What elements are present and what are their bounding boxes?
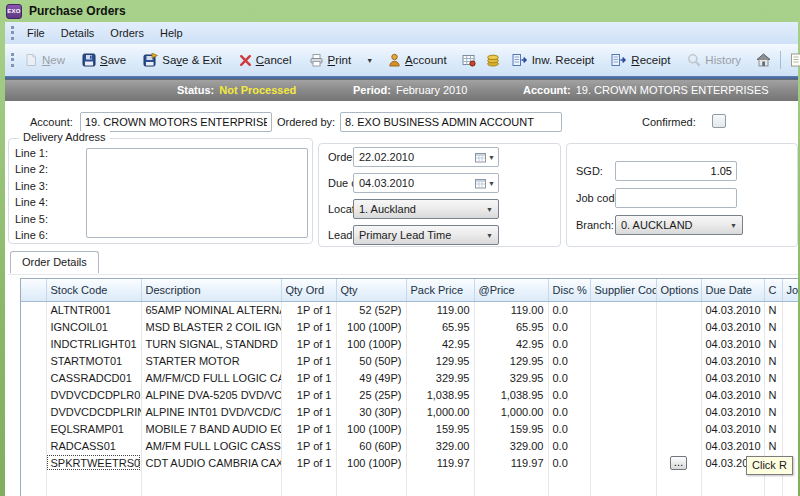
grid-cell[interactable]: N [764, 352, 782, 369]
toolbar-button-notes[interactable] [787, 50, 800, 70]
grid-cell[interactable]: 04.03.2010 [701, 403, 764, 420]
grid-cell[interactable]: RADCASS01 [46, 437, 141, 454]
column-header--price[interactable]: @Price [474, 279, 548, 301]
grid-cell[interactable]: AM/FM FULL LOGIC CASSETTE R [141, 437, 281, 454]
toolbar-button-home[interactable] [753, 50, 774, 70]
toolbar-button-save[interactable]: Save [77, 50, 131, 70]
grid-cell[interactable] [656, 386, 701, 403]
grid-cell[interactable] [590, 386, 656, 403]
grid-cell[interactable]: 100 (100P) [336, 454, 406, 471]
toolbar-button-account[interactable]: Account [383, 50, 452, 70]
grid-cell[interactable]: IGNCOIL01 [46, 318, 141, 335]
grid-cell[interactable]: 52 (52P) [336, 301, 406, 318]
branch-dropdown[interactable]: 0. AUCKLAND ▼ [615, 215, 743, 235]
grid-cell[interactable]: 04.03.2010 [701, 335, 764, 352]
grid-cell[interactable] [782, 420, 798, 437]
grid-cell[interactable]: 65.95 [406, 318, 474, 335]
grid-cell[interactable] [590, 335, 656, 352]
grid-cell[interactable]: 0.0 [548, 335, 590, 352]
grid-cell[interactable]: 04.03.2010 [701, 420, 764, 437]
grid-cell[interactable] [782, 386, 798, 403]
grid-cell[interactable] [590, 454, 656, 471]
grid-cell[interactable]: N [764, 335, 782, 352]
grid-cell[interactable]: 0.0 [548, 352, 590, 369]
grid-cell[interactable]: INDCTRLIGHT01 [46, 335, 141, 352]
grid-cell[interactable] [590, 437, 656, 454]
grid-cell[interactable]: 60 (60P) [336, 437, 406, 454]
grid-cell[interactable]: 119.97 [474, 454, 548, 471]
lead-time-dropdown[interactable]: Primary Lead Time ▼ [353, 225, 499, 245]
toolbar-grip[interactable] [11, 53, 14, 67]
grid-cell[interactable]: 30 (30P) [336, 403, 406, 420]
grid-cell[interactable]: 329.00 [406, 437, 474, 454]
grid-cell[interactable]: 04.03.2010 [701, 352, 764, 369]
grid-cell[interactable]: 119.00 [474, 301, 548, 318]
grid-cell[interactable]: N [764, 437, 782, 454]
grid-cell[interactable] [656, 403, 701, 420]
job-code-input[interactable] [615, 188, 737, 208]
toolbar-button-stock-grid[interactable] [459, 51, 479, 70]
toolbar-button-print[interactable]: Print [304, 50, 357, 70]
column-header-description[interactable]: Description [141, 279, 281, 301]
grid-cell[interactable] [21, 403, 46, 420]
grid-cell[interactable] [21, 301, 46, 318]
grid-cell[interactable]: ALPINE INT01 DVD/VCD/CD PLA [141, 403, 281, 420]
grid-cell[interactable] [782, 437, 798, 454]
grid-cell[interactable]: 0.0 [548, 369, 590, 386]
grid-cell[interactable] [21, 318, 46, 335]
grid-cell[interactable]: 1,000.00 [474, 403, 548, 420]
grid-cell[interactable]: 65.95 [474, 318, 548, 335]
grid-cell[interactable]: AM/FM/CD FULL LOGIC CASSETT [141, 369, 281, 386]
grid-cell[interactable]: … [656, 454, 701, 471]
column-header-options[interactable]: Options [656, 279, 701, 301]
grid-cell[interactable] [782, 403, 798, 420]
grid-cell[interactable] [656, 352, 701, 369]
toolbar-button-payments[interactable] [483, 51, 503, 70]
grid-cell[interactable] [21, 352, 46, 369]
column-header-qty[interactable]: Qty [336, 279, 406, 301]
grid-cell[interactable]: 1,038.95 [406, 386, 474, 403]
grid-cell[interactable] [656, 318, 701, 335]
column-header-qty-ord[interactable]: Qty Ord [281, 279, 336, 301]
column-header-job[interactable]: Job [782, 279, 798, 301]
grid-cell[interactable]: 0.0 [548, 318, 590, 335]
grid-cell[interactable]: 42.95 [474, 335, 548, 352]
grid-cell[interactable]: ALPINE DVA-5205 DVD/VCD/CD [141, 386, 281, 403]
due-date-picker-button[interactable]: ▼ [473, 177, 495, 189]
options-ellipsis-button[interactable]: … [670, 456, 687, 470]
grid-cell[interactable]: 1P of 1 [281, 454, 336, 471]
order-date-field[interactable]: 22.02.2010 ▼ [353, 147, 499, 167]
grid-cell[interactable] [782, 352, 798, 369]
grid-cell[interactable]: 0.0 [548, 403, 590, 420]
order-date-picker-button[interactable]: ▼ [473, 151, 495, 163]
column-header-selector[interactable] [21, 279, 46, 301]
grid-cell[interactable]: 129.95 [474, 352, 548, 369]
grid-cell[interactable]: 129.95 [406, 352, 474, 369]
confirmed-checkbox[interactable] [712, 114, 726, 128]
grid-cell[interactable]: N [764, 318, 782, 335]
grid-cell[interactable]: 100 (100P) [336, 335, 406, 352]
delivery-address-textarea[interactable] [86, 148, 308, 238]
sgd-rate-input[interactable] [615, 161, 737, 181]
grid-cell[interactable]: 1P of 1 [281, 318, 336, 335]
grid-cell[interactable]: 50 (50P) [336, 352, 406, 369]
menu-item-details[interactable]: Details [53, 24, 103, 42]
toolbar-button-cancel[interactable]: Cancel [234, 51, 297, 70]
toolbar-button-save-exit[interactable]: Save & Exit [138, 50, 226, 70]
grid-cell[interactable]: CASSRADCD01 [46, 369, 141, 386]
grid-cell[interactable] [590, 352, 656, 369]
grid-cell[interactable] [590, 301, 656, 318]
grid-cell[interactable]: 1P of 1 [281, 437, 336, 454]
grid-cell[interactable] [656, 369, 701, 386]
grid-cell[interactable] [21, 420, 46, 437]
grid-cell[interactable]: 04.03.2010 [701, 437, 764, 454]
grid-cell[interactable] [21, 454, 46, 471]
grid-cell[interactable] [782, 301, 798, 318]
grid-cell[interactable]: 329.00 [474, 437, 548, 454]
grid-cell[interactable] [590, 420, 656, 437]
menu-grip[interactable] [11, 26, 14, 40]
account-input[interactable] [80, 112, 272, 132]
grid-cell[interactable]: 1P of 1 [281, 335, 336, 352]
menu-item-file[interactable]: File [19, 24, 53, 42]
grid-cell[interactable]: 0.0 [548, 437, 590, 454]
